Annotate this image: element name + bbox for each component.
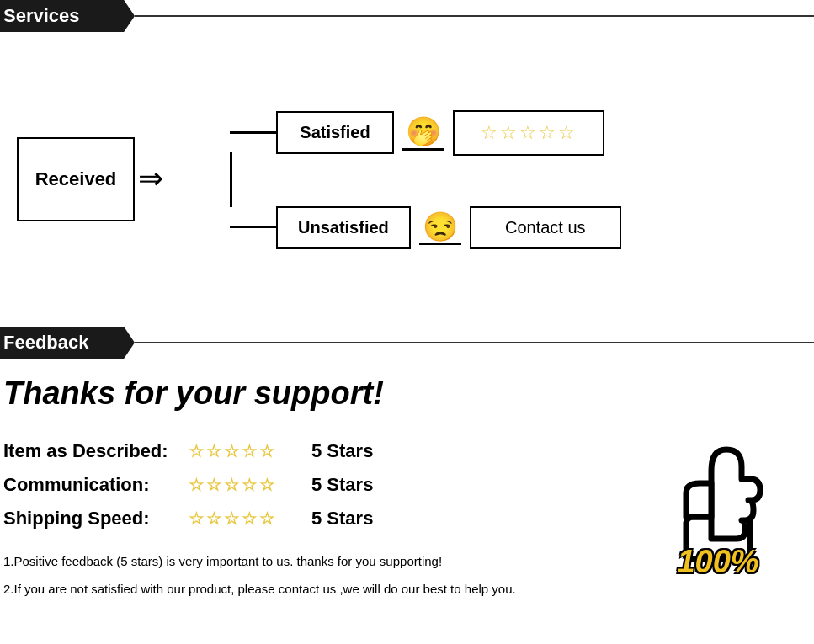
rating-label-communication: Communication:: [3, 474, 189, 496]
services-header-label: Services: [0, 0, 135, 32]
rating-stars-communication: ☆☆☆☆☆: [189, 475, 298, 495]
unsatisfied-emoji-connector: 😒: [416, 210, 465, 246]
satisfied-box: Satisfied: [276, 111, 394, 154]
services-section: Services Received Satisfied 🤭: [0, 0, 814, 327]
rating-value-communication: 5 Stars: [311, 474, 373, 496]
satisfied-emoji: 🤭: [406, 114, 441, 148]
satisfied-emoji-connector: 🤭: [399, 114, 448, 151]
satisfied-branch: Satisfied 🤭 ☆☆☆☆☆: [230, 110, 621, 156]
rating-stars-item: ☆☆☆☆☆: [189, 441, 298, 461]
vertical-line: [230, 152, 232, 207]
unsatisfied-box: Unsatisfied: [276, 206, 411, 249]
feedback-notes: 1.Positive feedback (5 stars) is very im…: [3, 550, 625, 600]
stars-display: ☆☆☆☆☆: [481, 122, 577, 143]
thumbs-badge-container: 100%: [625, 428, 811, 588]
rating-label-item: Item as Described:: [3, 440, 189, 462]
satisfied-connector: [402, 148, 444, 151]
unsatisfied-branch: Unsatisfied 😒 Contact us: [230, 206, 621, 249]
unsatisfied-label: Unsatisfied: [298, 218, 389, 237]
stars-box: ☆☆☆☆☆: [453, 110, 604, 156]
feedback-note-2: 2.If you are not satisfied with our prod…: [3, 577, 625, 600]
unsatisfied-emoji: 😒: [423, 210, 458, 243]
feedback-note-1: 1.Positive feedback (5 stars) is very im…: [3, 550, 625, 572]
services-header: Services: [0, 0, 814, 32]
rating-value-item: 5 Stars: [311, 440, 373, 462]
satisfied-branch-line: [230, 131, 276, 134]
unsatisfied-connector: [419, 243, 461, 246]
flowchart: Received Satisfied 🤭 ☆☆☆☆☆: [0, 32, 814, 318]
feedback-header-label: Feedback: [0, 327, 135, 359]
feedback-header-line: [135, 342, 814, 343]
contact-us-label: Contact us: [505, 218, 586, 237]
feedback-section: Feedback Thanks for your support! Item a…: [0, 327, 814, 605]
contact-box: Contact us: [470, 206, 621, 249]
rating-value-shipping: 5 Stars: [311, 508, 373, 530]
unsatisfied-branch-line: [230, 226, 276, 229]
rating-label-shipping: Shipping Speed:: [3, 508, 189, 530]
thanks-title: Thanks for your support!: [0, 359, 814, 428]
rating-stars-shipping: ☆☆☆☆☆: [189, 508, 298, 529]
hundred-percent-label: 100%: [677, 544, 758, 580]
feedback-header: Feedback: [0, 327, 814, 359]
thumbs-badge: 100%: [638, 428, 798, 588]
rating-row-shipping: Shipping Speed: ☆☆☆☆☆ 5 Stars: [3, 508, 625, 530]
feedback-left: Item as Described: ☆☆☆☆☆ 5 Stars Communi…: [3, 428, 625, 605]
rating-row-communication: Communication: ☆☆☆☆☆ 5 Stars: [3, 474, 625, 496]
services-header-line: [135, 15, 814, 17]
feedback-content: Item as Described: ☆☆☆☆☆ 5 Stars Communi…: [0, 428, 814, 605]
received-box: Received: [17, 137, 135, 221]
satisfied-label: Satisfied: [300, 123, 370, 141]
rating-row-item: Item as Described: ☆☆☆☆☆ 5 Stars: [3, 440, 625, 462]
received-label: Received: [35, 168, 117, 190]
